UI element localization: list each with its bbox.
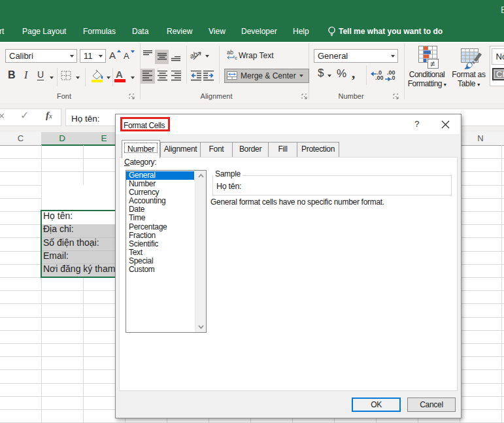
svg-text:≠: ≠ [430, 59, 435, 69]
svg-text:c: c [235, 55, 237, 59]
svg-text:ab: ab [227, 49, 233, 56]
